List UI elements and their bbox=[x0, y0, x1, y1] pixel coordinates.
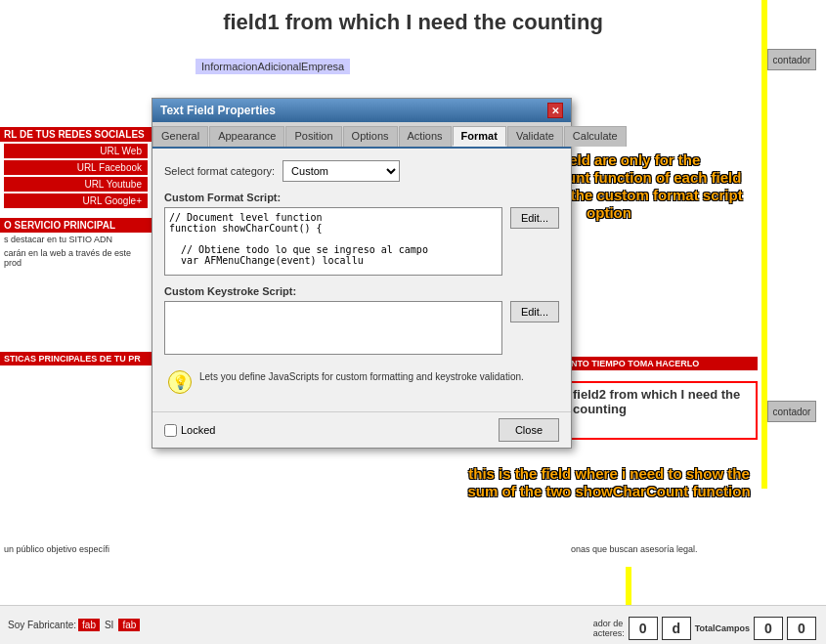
redes-header: RL DE TUS REDES SOCIALES bbox=[0, 127, 152, 142]
servicio-header: O SERVICIO PRINCIPAL bbox=[0, 218, 152, 233]
left-panel: RL DE TUS REDES SOCIALES URL Web URL Fac… bbox=[0, 127, 152, 270]
servicio-text1: s destacar en tu SITIO ADN bbox=[0, 233, 152, 246]
sticas-header: STICAS PRINCIPALES DE TU PR bbox=[0, 352, 152, 365]
publico-text: un público objetivo específi bbox=[0, 542, 152, 556]
tab-options[interactable]: Options bbox=[343, 126, 398, 147]
tab-appearance[interactable]: Appearance bbox=[209, 126, 284, 147]
dialog-title: Text Field Properties bbox=[160, 104, 276, 117]
tab-validate[interactable]: Validate bbox=[507, 126, 563, 147]
custom-keystroke-script-container: Edit... bbox=[164, 301, 559, 355]
custom-format-edit-button[interactable]: Edit... bbox=[510, 207, 559, 229]
info-text: Lets you define JavaScripts for custom f… bbox=[199, 370, 524, 384]
custom-keystroke-label: Custom Keystroke Script: bbox=[164, 285, 559, 297]
custom-format-label: Custom Format Script: bbox=[164, 192, 559, 203]
fab-badge-2: fab bbox=[118, 619, 140, 631]
count-field-3: 0 bbox=[754, 617, 783, 640]
locked-row: Locked bbox=[164, 424, 215, 437]
info-empresa: InformacionAdicionalEmpresa bbox=[196, 59, 350, 74]
dialog-titlebar: Text Field Properties ✕ bbox=[152, 99, 571, 122]
servicio-text2: carán en la web a través de este prod bbox=[0, 246, 152, 270]
count-field-2: d bbox=[662, 617, 691, 640]
fab-badge-1: fab bbox=[78, 619, 100, 631]
tab-calculate[interactable]: Calculate bbox=[564, 126, 627, 147]
custom-format-textarea[interactable]: // Document level function function show… bbox=[164, 207, 502, 276]
tab-position[interactable]: Position bbox=[285, 126, 341, 147]
custom-format-script-container: // Document level function function show… bbox=[164, 207, 559, 276]
tab-general[interactable]: General bbox=[152, 126, 208, 147]
custom-keystroke-textarea[interactable] bbox=[164, 301, 502, 355]
dialog-body: Select format category: Custom Custom Fo… bbox=[152, 149, 571, 411]
contador-box-2: contador bbox=[767, 401, 816, 422]
bottom-bar: Soy Fabricante: fab SI fab ador deactere… bbox=[0, 605, 826, 644]
dialog-footer: Locked Close bbox=[152, 411, 571, 448]
bottom-count-area: ador deacteres: 0 d TotalCampos 0 0 bbox=[593, 617, 816, 640]
url-web: URL Web bbox=[4, 144, 148, 158]
close-button[interactable]: Close bbox=[499, 418, 559, 442]
count-field-1: 0 bbox=[629, 617, 658, 640]
annotation-2: this is the field where i need to show t… bbox=[467, 465, 751, 500]
locked-checkbox[interactable] bbox=[164, 424, 177, 437]
si-label: SI bbox=[105, 620, 113, 630]
asesor-text: onas que buscan asesoría legal. bbox=[567, 542, 758, 556]
field2-text: field2 from which I need the counting bbox=[573, 387, 740, 416]
tab-actions[interactable]: Actions bbox=[399, 126, 452, 147]
info-section: 💡 Lets you define JavaScripts for custom… bbox=[164, 365, 559, 400]
total-campos-label: TotalCampos bbox=[695, 623, 750, 633]
dialog-close-button[interactable]: ✕ bbox=[547, 103, 563, 118]
custom-keystroke-edit-button[interactable]: Edit... bbox=[510, 301, 559, 322]
bulb-icon: 💡 bbox=[168, 370, 192, 394]
url-google: URL Google+ bbox=[4, 193, 148, 208]
locked-label: Locked bbox=[181, 424, 215, 436]
bg-header-text: field1 from which I need the counting bbox=[0, 10, 826, 35]
url-facebook: URL Facebook bbox=[4, 160, 148, 175]
dialog-tabs: General Appearance Position Options Acti… bbox=[152, 122, 571, 149]
format-category-select[interactable]: Custom bbox=[283, 160, 400, 182]
tiempo-header: NTO TIEMPO TOMA HACERLO bbox=[567, 357, 758, 370]
count-field-4: 0 bbox=[787, 617, 816, 640]
field2-box: field2 from which I need the counting bbox=[567, 381, 758, 440]
format-category-row: Select format category: Custom bbox=[164, 160, 559, 182]
tab-format[interactable]: Format bbox=[453, 126, 506, 147]
select-format-label: Select format category: bbox=[164, 165, 275, 177]
tador-label: ador deacteres: bbox=[593, 619, 625, 638]
text-field-properties-dialog: Text Field Properties ✕ General Appearan… bbox=[152, 98, 572, 449]
soy-fabricante-label: Soy Fabricante: bbox=[8, 620, 76, 630]
contador-box-1: contador bbox=[767, 49, 816, 70]
url-youtube: URL Youtube bbox=[4, 177, 148, 192]
